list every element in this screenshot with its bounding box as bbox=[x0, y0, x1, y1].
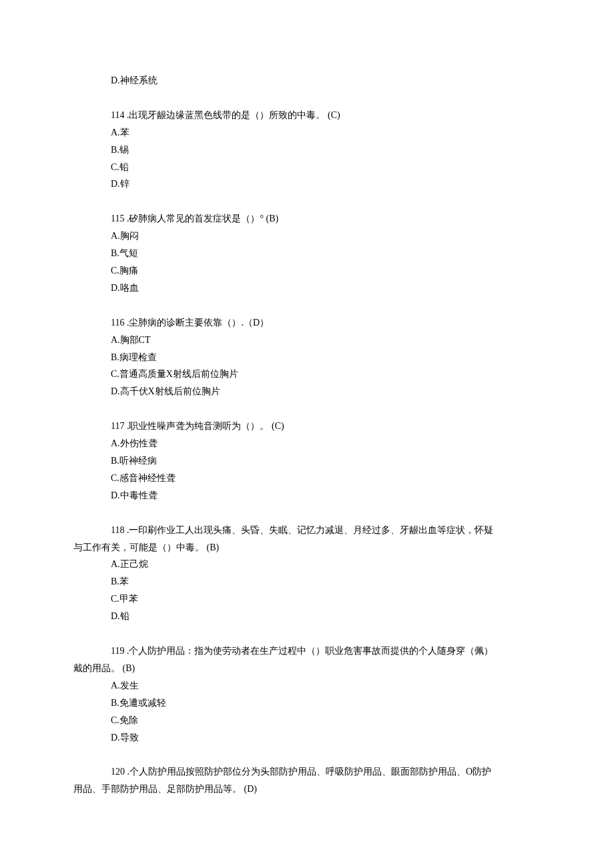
text-line: C.免除 bbox=[111, 712, 538, 729]
text-line: B.病理检查 bbox=[111, 349, 538, 366]
text-line: D.咯血 bbox=[111, 280, 538, 297]
text-line: C.胸痛 bbox=[111, 262, 538, 280]
document-content: D.神经系统114 .出现牙龈边缘蓝黑色线带的是（）所致的中毒。 (C)A.苯B… bbox=[111, 72, 538, 798]
text-line: B.苯 bbox=[111, 573, 538, 590]
text-line: A.苯 bbox=[111, 124, 538, 141]
text-line: 戴的用品。 (B) bbox=[73, 660, 538, 677]
text-line: 114 .出现牙龈边缘蓝黑色线带的是（）所致的中毒。 (C) bbox=[111, 107, 538, 124]
text-line: B.锡 bbox=[111, 141, 538, 159]
document-page: D.神经系统114 .出现牙龈边缘蓝黑色线带的是（）所致的中毒。 (C)A.苯B… bbox=[0, 0, 614, 838]
text-line: B.气短 bbox=[111, 245, 538, 262]
text-line: D.高千伏X射线后前位胸片 bbox=[111, 383, 538, 400]
text-line: 117 .职业性噪声聋为纯音测听为（）。 (C) bbox=[111, 418, 538, 435]
text-line: A.发生 bbox=[111, 677, 538, 695]
text-line: D.锌 bbox=[111, 175, 538, 193]
text-line: A.胸闷 bbox=[111, 228, 538, 245]
text-line: D.导致 bbox=[111, 729, 538, 747]
text-line: D.铅 bbox=[111, 608, 538, 625]
text-line: C.普通高质量X射线后前位胸片 bbox=[111, 366, 538, 383]
text-line: 118 .一印刷作业工人出现头痛、头昏、失眠、记忆力减退、月经过多、牙龈出血等症… bbox=[111, 522, 538, 539]
text-line: D.神经系统 bbox=[111, 72, 538, 89]
text-line: 与工作有关，可能是（）中毒。 (B) bbox=[73, 539, 538, 556]
text-line: A.胸部CT bbox=[111, 332, 538, 349]
text-line: D.中毒性聋 bbox=[111, 487, 538, 504]
text-line: 116 .尘肺病的诊断主要依靠（）.（D） bbox=[111, 314, 538, 332]
text-line: C.铅 bbox=[111, 159, 538, 176]
text-line: B.免遭或减轻 bbox=[111, 695, 538, 712]
text-line: B.听神经病 bbox=[111, 452, 538, 470]
text-line: C.甲苯 bbox=[111, 590, 538, 608]
text-line: A.正己烷 bbox=[111, 556, 538, 573]
text-line: A.外伤性聋 bbox=[111, 435, 538, 452]
text-line: 115 .矽肺病人常见的首发症状是（）° (B) bbox=[111, 210, 538, 228]
text-line: 119 .个人防护用品：指为使劳动者在生产过程中（）职业危害事故而提供的个人随身… bbox=[111, 642, 538, 660]
text-line: C.感音神经性聋 bbox=[111, 470, 538, 487]
text-line: 用品、手部防护用品、足部防护用品等。 (D) bbox=[73, 781, 538, 798]
text-line: 120 .个人防护用品按照防护部位分为头部防护用品、呼吸防护用品、眼面部防护用品… bbox=[111, 763, 538, 781]
